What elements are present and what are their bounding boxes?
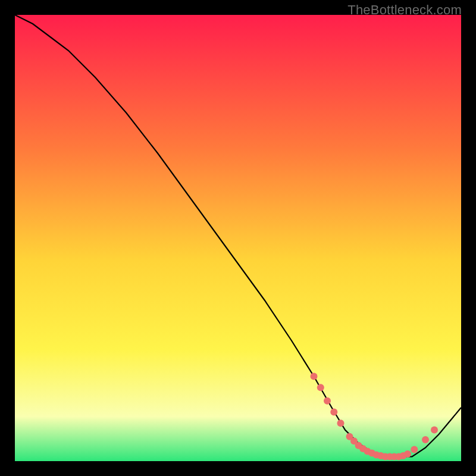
data-point-marker <box>411 446 418 453</box>
gradient-background <box>15 15 461 461</box>
data-point-marker <box>311 373 318 380</box>
data-point-marker <box>324 397 331 405</box>
plot-area <box>15 15 461 461</box>
data-point-marker <box>337 419 345 427</box>
watermark-text: TheBottleneck.com <box>347 2 462 18</box>
data-point-marker <box>422 436 429 443</box>
data-point-marker <box>317 384 324 391</box>
chart-frame: TheBottleneck.com <box>0 0 476 476</box>
data-point-marker <box>431 427 438 434</box>
data-point-marker <box>404 450 411 458</box>
chart-canvas <box>15 15 461 461</box>
data-point-marker <box>330 409 337 416</box>
